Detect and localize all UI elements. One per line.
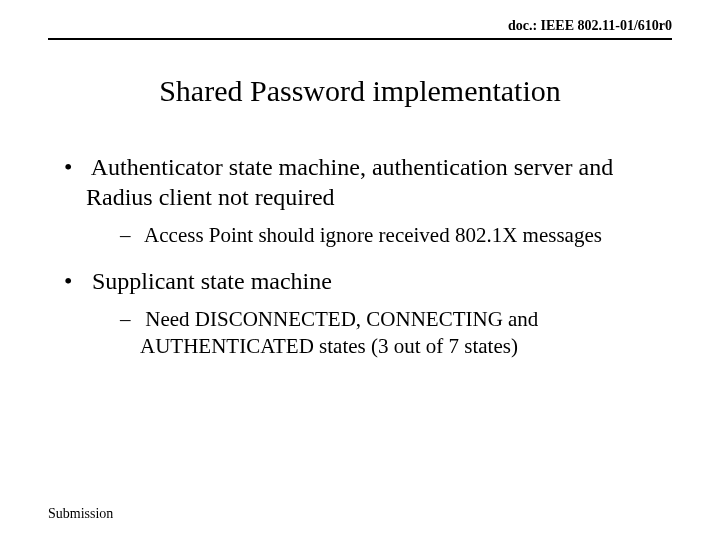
sub-bullet-list: Access Point should ignore received 802.… — [116, 222, 672, 248]
slide: doc.: IEEE 802.11-01/610r0 Shared Passwo… — [0, 0, 720, 540]
bullet-item: Authenticator state machine, authenticat… — [58, 152, 672, 248]
footer-label: Submission — [48, 506, 113, 522]
sub-bullet-item: Need DISCONNECTED, CONNECTING and AUTHEN… — [116, 306, 672, 359]
header-doc-id: doc.: IEEE 802.11-01/610r0 — [48, 0, 672, 38]
bullet-item: Supplicant state machine Need DISCONNECT… — [58, 266, 672, 359]
sub-bullet-text: Access Point should ignore received 802.… — [144, 223, 602, 247]
bullet-list: Authenticator state machine, authenticat… — [58, 152, 672, 359]
bullet-text: Authenticator state machine, authenticat… — [86, 154, 613, 210]
sub-bullet-list: Need DISCONNECTED, CONNECTING and AUTHEN… — [116, 306, 672, 359]
sub-bullet-item: Access Point should ignore received 802.… — [116, 222, 672, 248]
slide-title: Shared Password implementation — [48, 74, 672, 108]
bullet-text: Supplicant state machine — [92, 268, 332, 294]
header-rule — [48, 38, 672, 40]
sub-bullet-text: Need DISCONNECTED, CONNECTING and AUTHEN… — [140, 307, 538, 357]
